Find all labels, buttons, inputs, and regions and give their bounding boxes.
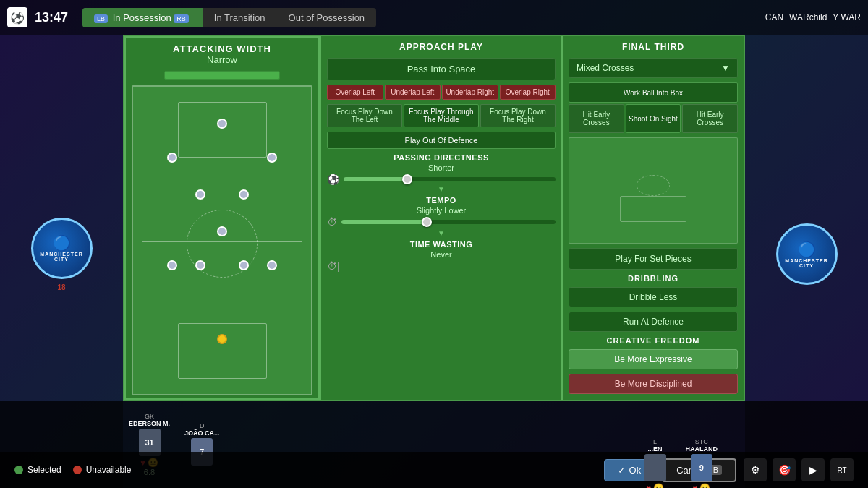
tactic-underlap-right[interactable]: Underlap Right bbox=[442, 85, 498, 100]
tab-in-possession-label: In Possession bbox=[113, 12, 171, 23]
tactic-play-out-label: Play Out Of Defence bbox=[405, 136, 478, 145]
tactic-overlap-left[interactable]: Overlap Left bbox=[327, 85, 383, 100]
player-card-haaland[interactable]: STC HAALAND 9 ♥ 😐 6.7 bbox=[680, 435, 724, 488]
be-more-disciplined-button[interactable]: Be More Disciplined bbox=[569, 374, 738, 394]
tab-in-transition-label: In Transition bbox=[214, 12, 265, 23]
time-wasting-container[interactable]: ⏱| bbox=[327, 260, 556, 272]
bottom-box bbox=[178, 323, 267, 379]
top-right-text: CAN bbox=[765, 12, 783, 22]
action-bar: Selected Unavailable ✓ Ok Cancel B ⚙ 🎯 ▶… bbox=[0, 452, 868, 488]
tempo-thumb[interactable] bbox=[422, 217, 432, 227]
player-dot-3 bbox=[267, 153, 277, 163]
passing-arrow: ▼ bbox=[327, 185, 556, 193]
middle-panel: APPROACH PLAY Pass Into Space Overlap Le… bbox=[320, 36, 563, 400]
player-card-right1[interactable]: L ...EN ♥ 😐 6.7 bbox=[634, 435, 677, 488]
game-timer: 13:47 bbox=[35, 10, 68, 25]
focus-grid: Focus Play Down The Left Focus Play Thro… bbox=[327, 104, 556, 127]
right1-name: ...EN bbox=[647, 445, 662, 453]
tempo-arrow: ▼ bbox=[327, 229, 556, 237]
tab-out-of-possession[interactable]: Out of Possession bbox=[277, 8, 377, 27]
mini-circle bbox=[637, 175, 670, 196]
selected-label: Selected bbox=[27, 465, 61, 475]
final-shoot-label: Shoot On Sight bbox=[629, 115, 678, 123]
final-hit-early-right[interactable]: Hit Early Crosses bbox=[682, 104, 738, 133]
joao-name: JOÃO CA... bbox=[184, 429, 220, 437]
final-hit-early-left[interactable]: Hit Early Crosses bbox=[569, 104, 624, 133]
final-third-grid: Work Ball Into Box Hit Early Crosses Sho… bbox=[569, 82, 738, 133]
tactic-play-out[interactable]: Play Out Of Defence bbox=[327, 132, 556, 149]
player-dot-5 bbox=[239, 189, 249, 200]
right-panel: FINAL THIRD Mixed Crosses ▼ Work Ball In… bbox=[563, 36, 744, 400]
icon-button-group: ⚙ 🎯 ▶ RT bbox=[744, 458, 854, 481]
top-bar: ⚽ 13:47 LB In Possession RB In Transitio… bbox=[0, 0, 868, 35]
tactic-focus-left-label: Focus Play Down The Left bbox=[331, 108, 399, 124]
passing-slider-container[interactable]: ⚽ ▼ bbox=[327, 174, 556, 193]
club-name-city-left: CITY bbox=[54, 257, 69, 262]
badge-icon-left: 🔵 bbox=[53, 234, 71, 252]
right1-icons: ♥ 😐 bbox=[646, 483, 664, 488]
halfway-line bbox=[142, 241, 302, 242]
settings-icon[interactable]: ⚙ bbox=[744, 458, 767, 481]
play-icon[interactable]: ▶ bbox=[801, 458, 825, 481]
player-dot-1 bbox=[217, 119, 227, 129]
dribbling-label: DRIBBLING bbox=[569, 274, 738, 283]
target-icon[interactable]: 🎯 bbox=[773, 458, 796, 481]
tempo-label: TEMPO bbox=[327, 196, 556, 205]
dribble-less-button[interactable]: Dribble Less bbox=[569, 287, 738, 307]
right1-heart: ♥ bbox=[646, 483, 651, 488]
unavailable-label: Unavailable bbox=[86, 465, 132, 475]
tactic-focus-left[interactable]: Focus Play Down The Left bbox=[327, 104, 402, 127]
tactic-focus-middle[interactable]: Focus Play Through The Middle bbox=[404, 104, 479, 127]
top-box bbox=[178, 102, 267, 158]
top-bar-right: CAN WARchild Y WAR bbox=[765, 12, 861, 22]
tempo-value: Slightly Lower bbox=[327, 206, 556, 215]
legend-unavailable: Unavailable bbox=[73, 465, 132, 475]
passing-directness-track[interactable] bbox=[344, 177, 556, 181]
tab-in-transition[interactable]: In Transition bbox=[203, 8, 277, 27]
tactic-underlap-left-label: Underlap Left bbox=[391, 88, 434, 96]
ederson-number: 31 bbox=[145, 438, 153, 447]
legend-selected: Selected bbox=[14, 465, 61, 475]
be-more-expressive-button[interactable]: Be More Expressive bbox=[569, 349, 738, 369]
player-dot-10 bbox=[267, 260, 277, 270]
mini-goal-box bbox=[620, 196, 687, 222]
passing-directness-fill bbox=[344, 177, 407, 181]
overlap-grid: Overlap Left Underlap Left Underlap Righ… bbox=[327, 85, 556, 100]
tempo-slider-container[interactable]: ⏱ bbox=[327, 216, 556, 228]
tactic-underlap-left[interactable]: Underlap Left bbox=[385, 85, 441, 100]
passing-directness-label: PASSING DIRECTNESS bbox=[327, 153, 556, 162]
badge-lb: LB bbox=[94, 14, 108, 23]
haaland-pos: STC bbox=[695, 438, 708, 445]
ederson-name: EDERSON M. bbox=[129, 420, 170, 427]
passing-directness-row: PASSING DIRECTNESS Shorter ⚽ ▼ bbox=[327, 153, 556, 193]
tactic-focus-right-label: Focus Play Down The Right bbox=[484, 108, 552, 124]
right1-pos: L bbox=[653, 438, 657, 445]
time-wasting-label: TIME WASTING bbox=[327, 240, 556, 249]
tempo-track[interactable] bbox=[341, 220, 556, 224]
final-hit-early-left-label: Hit Early Crosses bbox=[571, 111, 621, 127]
tab-in-possession[interactable]: LB In Possession RB bbox=[82, 8, 203, 27]
mixed-crosses-dropdown[interactable]: Mixed Crosses ▼ bbox=[569, 58, 738, 78]
club-name-city-right: CITY bbox=[799, 263, 814, 268]
mini-pitch bbox=[569, 137, 738, 244]
approach-play-button[interactable]: Pass Into Space bbox=[327, 58, 556, 80]
pitch-width-bar[interactable] bbox=[164, 71, 280, 80]
passing-directness-thumb[interactable] bbox=[402, 174, 412, 184]
run-at-defence-button[interactable]: Run At Defence bbox=[569, 312, 738, 332]
set-piece-button[interactable]: Play For Set Pieces bbox=[569, 248, 738, 270]
tactic-focus-middle-label: Focus Play Through The Middle bbox=[407, 108, 475, 124]
club-badge-left: 🔵 MANCHESTER CITY bbox=[31, 218, 93, 279]
approach-play-label: APPROACH PLAY bbox=[327, 42, 556, 52]
final-shoot-on-sight[interactable]: Shoot On Sight bbox=[626, 104, 681, 133]
final-work-ball[interactable]: Work Ball Into Box bbox=[569, 82, 738, 103]
tactic-overlap-right[interactable]: Overlap Right bbox=[500, 85, 556, 100]
final-hit-early-right-label: Hit Early Crosses bbox=[685, 111, 735, 127]
fast-forward-icon[interactable]: RT bbox=[830, 458, 854, 481]
tactic-underlap-right-label: Underlap Right bbox=[446, 88, 494, 96]
game-logo: ⚽ bbox=[7, 7, 27, 27]
tactic-focus-right[interactable]: Focus Play Down The Right bbox=[480, 104, 556, 127]
passing-directness-value: Shorter bbox=[327, 163, 556, 172]
joao-pos: D bbox=[200, 422, 205, 429]
chevron-down-icon: ▼ bbox=[721, 63, 730, 73]
badge-icon-right: 🔵 bbox=[798, 241, 816, 258]
